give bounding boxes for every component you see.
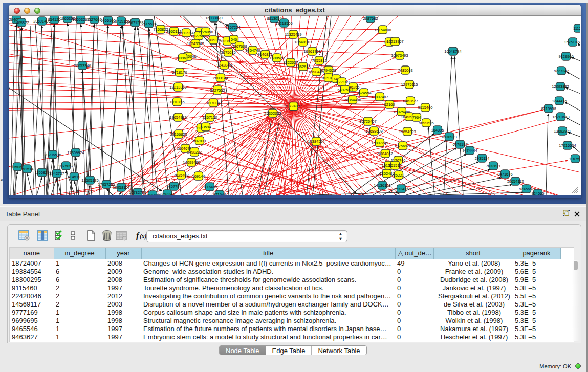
svg-text:9777169: 9777169 — [334, 80, 349, 84]
svg-text:17016504: 17016504 — [559, 143, 576, 148]
svg-text:169144: 169144 — [192, 174, 205, 179]
svg-text:10654112: 10654112 — [507, 179, 524, 184]
svg-text:6679197: 6679197 — [452, 142, 467, 147]
svg-text:1527602: 1527602 — [86, 17, 101, 22]
svg-text:9857791: 9857791 — [166, 184, 181, 189]
svg-text:10958107: 10958107 — [113, 185, 129, 190]
svg-text:18640910: 18640910 — [294, 40, 311, 45]
svg-text:9716485: 9716485 — [202, 185, 217, 189]
svg-text:(x): (x) — [140, 233, 147, 240]
svg-text:12975115: 12975115 — [401, 82, 418, 87]
svg-text:1852484: 1852484 — [379, 171, 394, 176]
svg-text:2226058: 2226058 — [198, 30, 213, 34]
svg-text:854126: 854126 — [48, 17, 60, 22]
svg-text:1292346: 1292346 — [160, 192, 175, 195]
svg-text:114519: 114519 — [68, 174, 80, 179]
svg-text:12093832: 12093832 — [552, 84, 569, 89]
svg-text:2942737: 2942737 — [49, 171, 64, 176]
svg-text:8215958: 8215958 — [541, 106, 556, 111]
svg-text:924565: 924565 — [531, 191, 544, 195]
svg-text:1156829: 1156829 — [35, 170, 50, 175]
svg-text:98961: 98961 — [178, 56, 188, 60]
svg-text:11121: 11121 — [573, 26, 580, 31]
svg-text:f: f — [136, 231, 140, 240]
svg-text:12213967: 12213967 — [386, 39, 403, 44]
svg-text:7485063: 7485063 — [398, 68, 412, 73]
svg-text:2803144: 2803144 — [213, 76, 228, 80]
svg-text:8186328: 8186328 — [206, 38, 221, 42]
svg-text:164095: 164095 — [431, 128, 444, 133]
svg-text:546: 546 — [231, 37, 237, 42]
svg-text:8813054: 8813054 — [267, 16, 281, 21]
svg-text:8427552: 8427552 — [210, 88, 225, 93]
svg-text:8938923: 8938923 — [442, 135, 456, 139]
svg-text:817004: 817004 — [207, 101, 220, 105]
svg-text:1405572: 1405572 — [14, 20, 29, 25]
svg-text:20053346: 20053346 — [74, 63, 91, 68]
svg-text:25302023: 25302023 — [264, 111, 281, 116]
svg-text:9227342: 9227342 — [554, 69, 569, 73]
svg-text:7357224: 7357224 — [225, 25, 240, 30]
svg-text:9699695: 9699695 — [419, 121, 433, 125]
svg-text:10973493: 10973493 — [391, 53, 408, 58]
svg-text:14136141: 14136141 — [374, 183, 390, 188]
svg-text:7964: 7964 — [412, 115, 421, 120]
svg-text:8471676: 8471676 — [497, 172, 512, 177]
svg-text:3267130: 3267130 — [202, 115, 217, 120]
svg-text:62160: 62160 — [384, 102, 395, 107]
svg-text:3624554: 3624554 — [356, 91, 371, 95]
svg-text:20364436: 20364436 — [344, 98, 361, 102]
svg-text:7632621: 7632621 — [486, 164, 500, 168]
svg-text:11325419: 11325419 — [285, 32, 302, 37]
svg-text:19384554: 19384554 — [308, 139, 324, 144]
svg-text:9242848: 9242848 — [216, 63, 231, 68]
svg-text:1733426: 1733426 — [394, 187, 408, 191]
svg-text:9474444: 9474444 — [462, 148, 477, 153]
svg-text:971648: 971648 — [213, 192, 226, 195]
svg-text:6497568: 6497568 — [337, 87, 352, 92]
svg-text:10756928: 10756928 — [394, 144, 411, 148]
svg-text:13692971: 13692971 — [554, 129, 571, 134]
svg-text:16648784: 16648784 — [444, 49, 461, 54]
svg-text:12923466: 12923466 — [144, 193, 161, 195]
svg-text:9463627: 9463627 — [403, 99, 418, 103]
svg-text:7163822: 7163822 — [153, 27, 168, 32]
svg-text:16033809: 16033809 — [205, 16, 222, 20]
svg-text:16961758: 16961758 — [303, 49, 320, 54]
svg-text:10807487: 10807487 — [371, 95, 388, 99]
svg-text:15720407: 15720407 — [359, 119, 376, 124]
svg-text:16210643: 16210643 — [552, 115, 569, 119]
svg-text:1588520: 1588520 — [269, 56, 284, 60]
svg-text:1244415: 1244415 — [552, 99, 567, 103]
svg-text:12213369: 12213369 — [169, 85, 186, 90]
svg-text:15751074: 15751074 — [564, 40, 580, 45]
svg-text:6794028: 6794028 — [321, 68, 336, 73]
svg-text:9084067: 9084067 — [378, 151, 393, 156]
svg-text:10688609: 10688609 — [365, 129, 382, 134]
svg-text:16154808: 16154808 — [374, 28, 391, 32]
svg-text:3675685: 3675685 — [221, 50, 235, 55]
svg-text:19654983: 19654983 — [169, 115, 186, 120]
svg-text:10543342: 10543342 — [187, 41, 204, 46]
svg-text:19654923: 19654923 — [399, 129, 416, 134]
svg-text:391514: 391514 — [20, 167, 33, 171]
svg-text:1362615: 1362615 — [295, 64, 310, 69]
svg-text:18724007: 18724007 — [285, 104, 302, 108]
svg-text:20206536: 20206536 — [44, 152, 61, 157]
svg-text:7955812: 7955812 — [312, 58, 326, 63]
svg-text:12505135: 12505135 — [81, 178, 98, 183]
svg-text:9975857: 9975857 — [58, 164, 73, 168]
svg-text:116753: 116753 — [569, 157, 580, 161]
svg-text:53594: 53594 — [201, 125, 211, 129]
svg-text:9115460: 9115460 — [418, 105, 433, 110]
svg-text:9498222: 9498222 — [187, 150, 202, 155]
svg-text:17359924: 17359924 — [67, 150, 84, 155]
svg-text:161512: 161512 — [388, 163, 401, 168]
svg-text:2935114: 2935114 — [475, 156, 490, 161]
svg-text:2087682: 2087682 — [363, 16, 378, 21]
svg-text:7625402: 7625402 — [173, 173, 188, 178]
svg-text:1010755: 1010755 — [169, 100, 184, 104]
svg-text:887833: 887833 — [193, 139, 206, 143]
svg-text:19166825: 19166825 — [170, 132, 187, 137]
svg-text:25221: 25221 — [394, 173, 404, 178]
